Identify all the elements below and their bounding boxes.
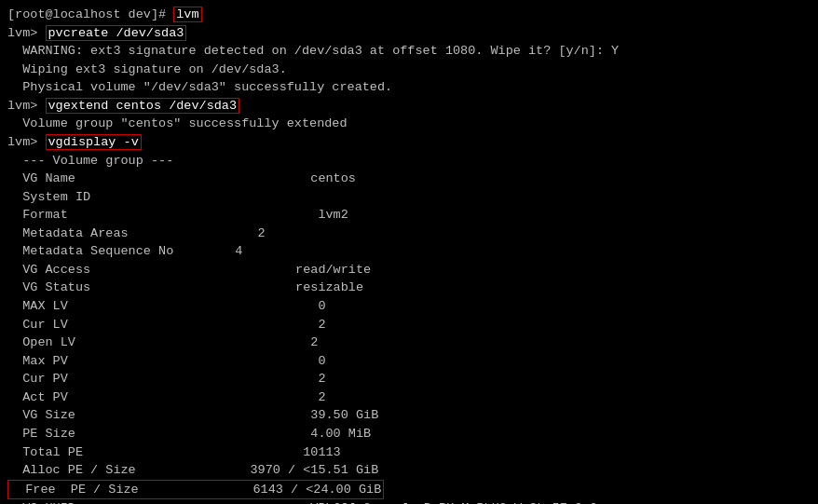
kv-vgstatus: VG Status resizable [7,280,363,294]
terminal-line-3: WARNING: ext3 signature detected on /dev… [7,42,811,61]
terminal-line-23: VG Size 39.50 GiB [7,406,811,425]
kv-actpv: Act PV 2 [7,390,326,404]
command-lvm: lvm [173,7,201,22]
terminal-line-9: --- Volume group --- [7,152,811,170]
kv-curpv: Cur PV 2 [7,372,326,386]
terminal-line-25: Total PE 10113 [7,443,811,462]
terminal-line-24: PE Size 4.00 MiB [7,425,811,443]
terminal-line-18: Cur LV 2 [7,316,811,334]
terminal-line-14: Metadata Sequence No 4 [7,242,811,261]
kv-systemid: System ID [7,190,295,204]
terminal: [root@localhost dev]# lvm lvm> pvcreate … [7,6,811,504]
terminal-line-12: Format lvm2 [7,206,811,225]
kv-vgsize: VG Size 39.50 GiB [7,408,378,422]
kv-curlv: Cur LV 2 [7,318,326,332]
kv-metaareas: Metadata Areas 2 [7,226,266,240]
terminal-line-15: VG Access read/write [7,261,811,279]
kv-openlv: Open LV 2 [7,335,318,349]
terminal-line-7: Volume group "centos" successfully exten… [7,115,811,133]
lvm-prompt-2: lvm> [7,26,46,40]
terminal-line-19: Open LV 2 [7,334,811,352]
kv-vgaccess: VG Access read/write [7,263,371,277]
lvm-prompt-6: lvm> [7,99,46,113]
output-warning: WARNING: ext3 signature detected on /dev… [7,44,619,58]
terminal-line-6: lvm> vgextend centos /dev/sda3 [7,97,811,116]
terminal-line-10: VG Name centos [7,170,811,188]
terminal-line-26: Alloc PE / Size 3970 / <15.51 GiB [7,461,811,480]
terminal-line-5: Physical volume "/dev/sda3" successfully… [7,78,811,97]
command-vgdisplay: vgdisplay -v [46,134,142,150]
terminal-line-2: lvm> pvcreate /dev/sda3 [7,24,811,43]
kv-vgname: VG Name centos [7,171,356,185]
kv-allocpe: Alloc PE / Size 3970 / <15.51 GiB [7,463,378,477]
terminal-line-8: lvm> vgdisplay -v [7,133,811,152]
terminal-line-20: Max PV 0 [7,352,811,371]
output-vg-extended: Volume group "centos" successfully exten… [7,116,348,130]
kv-metaseq: Metadata Sequence No 4 [7,244,242,258]
terminal-line-13: Metadata Areas 2 [7,225,811,243]
terminal-line-4: Wiping ext3 signature on /dev/sda3. [7,61,811,79]
terminal-line-27: Free PE / Size 6143 / <24.00 GiB [7,480,384,500]
prompt-1: [root@localhost dev]# [7,7,173,21]
lvm-prompt-8: lvm> [7,135,46,149]
terminal-line-21: Cur PV 2 [7,370,811,388]
command-pvcreate: pvcreate /dev/sda3 [46,25,187,41]
kv-freepe: Free PE / Size 6143 / <24.00 GiB [10,483,381,497]
terminal-line-1: [root@localhost dev]# lvm [7,6,811,24]
kv-format: Format lvm2 [7,208,348,222]
output-physical: Physical volume "/dev/sda3" successfully… [7,80,392,94]
kv-maxlv: MAX LV 0 [7,299,326,313]
terminal-line-16: VG Status resizable [7,279,811,297]
terminal-line-22: Act PV 2 [7,388,811,407]
terminal-line-11: System ID [7,188,811,207]
terminal-line-17: MAX LV 0 [7,297,811,316]
kv-totalpe: Total PE 10113 [7,445,341,459]
kv-pesize: PE Size 4.00 MiB [7,427,371,441]
kv-maxpv: Max PV 0 [7,354,326,368]
output-wiping: Wiping ext3 signature on /dev/sda3. [7,62,287,76]
output-vg-header: --- Volume group --- [7,154,173,168]
terminal-line-28: VG UUID VBh6GJ-8ruu-JaaB-RUxM-RbH0-Wy2k-… [7,499,811,504]
command-vgextend: vgextend centos /dev/sda3 [46,98,240,114]
